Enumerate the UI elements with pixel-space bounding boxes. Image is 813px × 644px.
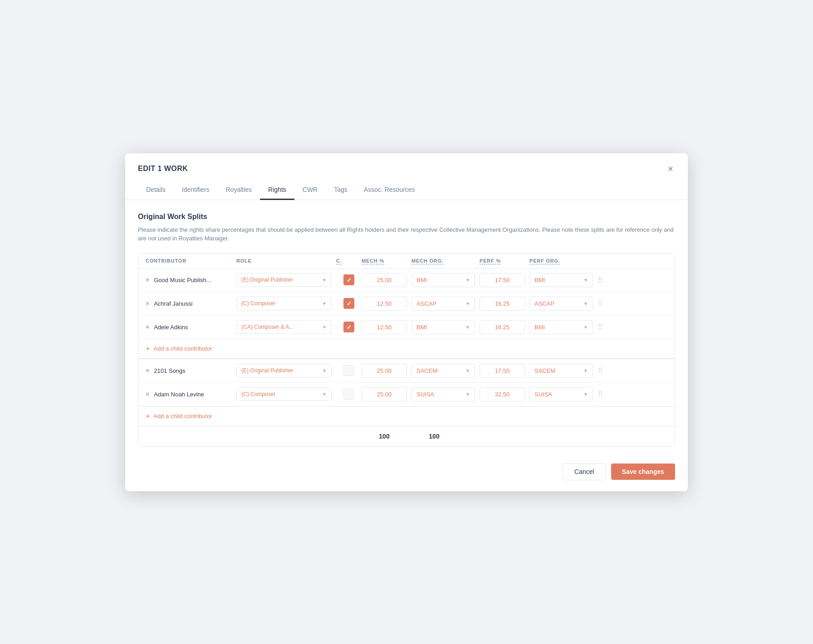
checkbox[interactable] — [343, 389, 354, 400]
chevron-down-icon: ▼ — [322, 325, 327, 330]
checkbox-cell: ✓ — [336, 274, 362, 285]
perf-org-dropdown[interactable]: BMI ▼ — [529, 273, 593, 287]
add-child-contributor-button-1[interactable]: + Add a child contributor — [138, 339, 675, 358]
modal-body: Original Work Splits Please indicate the… — [125, 200, 688, 456]
plus-icon: + — [146, 345, 150, 353]
mech-pct-input[interactable] — [362, 387, 407, 401]
section-title: Original Work Splits — [138, 213, 675, 221]
role-dropdown[interactable]: (C) Composer ▼ — [236, 387, 332, 401]
role-dropdown[interactable]: (E) Original Publisher ▼ — [236, 273, 332, 287]
checkmark-icon: ✓ — [347, 277, 352, 283]
checkbox[interactable]: ✓ — [343, 322, 354, 332]
chevron-down-icon: ▼ — [465, 278, 470, 283]
plus-icon: + — [146, 412, 150, 420]
tab-cwr[interactable]: CWR — [294, 181, 326, 200]
mech-org-dropdown[interactable]: SACEM ▼ — [411, 364, 475, 378]
chevron-down-icon: ▼ — [583, 278, 588, 283]
modal-footer: Cancel Save changes — [125, 456, 688, 491]
remove-button[interactable]: × — [146, 277, 149, 283]
tab-assoc-resources[interactable]: Assoc. Resources — [356, 181, 423, 200]
perf-pct-input[interactable] — [480, 387, 525, 401]
col-perf-pct: PERF % — [480, 258, 529, 263]
remove-button[interactable]: × — [146, 324, 149, 330]
table-row: × Good Music Publish... (E) Original Pub… — [138, 268, 675, 292]
drag-handle-icon[interactable]: ⠿ — [598, 276, 614, 284]
drag-handle-icon[interactable]: ⠿ — [598, 366, 614, 375]
col-contributor: CONTRIBUTOR — [146, 258, 236, 263]
remove-button[interactable]: × — [146, 391, 149, 397]
table-row: × Adele Adkins (CA) Composer & A... ▼ ✓ … — [138, 316, 675, 339]
perf-org-dropdown[interactable]: BMI ▼ — [529, 320, 593, 334]
edit-work-modal: EDIT 1 WORK × Details Identifiers Royalt… — [125, 153, 688, 491]
perf-org-dropdown[interactable]: ASCAP ▼ — [529, 297, 593, 311]
save-changes-button[interactable]: Save changes — [611, 463, 675, 480]
tab-identifiers[interactable]: Identifiers — [174, 181, 218, 200]
perf-pct-input[interactable] — [480, 297, 525, 311]
checkbox[interactable]: ✓ — [343, 298, 354, 309]
chevron-down-icon: ▼ — [583, 325, 588, 330]
tab-royalties[interactable]: Royalties — [218, 181, 260, 200]
role-dropdown[interactable]: (CA) Composer & A... ▼ — [236, 320, 332, 334]
perf-org-dropdown[interactable]: SACEM ▼ — [529, 364, 593, 378]
chevron-down-icon: ▼ — [583, 301, 588, 306]
mech-total: 100 — [362, 433, 407, 440]
mech-org-dropdown[interactable]: BMI ▼ — [411, 320, 475, 334]
drag-handle-icon[interactable]: ⠿ — [598, 299, 614, 308]
checkbox-cell — [336, 365, 362, 376]
close-button[interactable]: × — [666, 162, 675, 175]
mech-pct-input[interactable] — [362, 273, 407, 287]
col-perf-org: PERF ORG. — [529, 258, 598, 263]
chevron-down-icon: ▼ — [465, 301, 470, 306]
col-mech-org: MECH ORG. — [411, 258, 480, 263]
perf-pct-input[interactable] — [480, 320, 525, 334]
remove-button[interactable]: × — [146, 367, 149, 374]
chevron-down-icon: ▼ — [465, 325, 470, 330]
mech-pct-input[interactable] — [362, 320, 407, 334]
table-row: × Achraf Janussi (C) Composer ▼ ✓ ASCAP … — [138, 292, 675, 316]
tabs-container: Details Identifiers Royalties Rights CWR… — [125, 181, 688, 200]
add-child-contributor-button-2[interactable]: + Add a child contributor — [138, 406, 675, 426]
mech-org-dropdown[interactable]: ASCAP ▼ — [411, 297, 475, 311]
drag-handle-icon[interactable]: ⠿ — [598, 323, 614, 332]
col-role: ROLE — [236, 258, 336, 263]
drag-handle-icon[interactable]: ⠿ — [598, 390, 614, 399]
modal-title: EDIT 1 WORK — [138, 165, 188, 173]
remove-button[interactable]: × — [146, 300, 149, 307]
perf-org-dropdown[interactable]: SUISA ▼ — [529, 387, 593, 401]
tab-rights[interactable]: Rights — [260, 181, 294, 200]
table-row: × 2101 Songs (E) Original Publisher ▼ SA… — [138, 359, 675, 383]
mech-org-dropdown[interactable]: SUISA ▼ — [411, 387, 475, 401]
table-row: × Adam Noah Levine (C) Composer ▼ SUISA … — [138, 383, 675, 406]
checkmark-icon: ✓ — [347, 324, 352, 331]
chevron-down-icon: ▼ — [465, 368, 470, 373]
chevron-down-icon: ▼ — [583, 392, 588, 397]
tab-details[interactable]: Details — [138, 181, 174, 200]
checkbox[interactable] — [343, 365, 354, 376]
chevron-down-icon: ▼ — [322, 368, 327, 373]
chevron-down-icon: ▼ — [322, 392, 327, 397]
checkmark-icon: ✓ — [347, 300, 352, 307]
mech-pct-input[interactable] — [362, 297, 407, 311]
cancel-button[interactable]: Cancel — [563, 463, 606, 480]
chevron-down-icon: ▼ — [322, 301, 327, 306]
modal-header: EDIT 1 WORK × — [125, 153, 688, 175]
chevron-down-icon: ▼ — [322, 278, 327, 283]
col-mech-pct: MECH % — [362, 258, 411, 263]
chevron-down-icon: ▼ — [583, 368, 588, 373]
mech-pct-input[interactable] — [362, 364, 407, 378]
checkbox[interactable]: ✓ — [343, 274, 354, 285]
contributor-name: × 2101 Songs — [146, 367, 236, 374]
splits-table: CONTRIBUTOR ROLE C. MECH % MECH ORG. PER… — [138, 253, 675, 447]
perf-pct-input[interactable] — [480, 273, 525, 287]
role-dropdown[interactable]: (C) Composer ▼ — [236, 297, 332, 310]
mech-org-dropdown[interactable]: BMI ▼ — [411, 273, 475, 287]
tab-tags[interactable]: Tags — [326, 181, 356, 200]
contributor-name: × Good Music Publish... — [146, 277, 236, 283]
perf-pct-input[interactable] — [480, 364, 525, 378]
totals-row: 100 100 — [138, 426, 675, 446]
contributor-name: × Adele Adkins — [146, 324, 236, 331]
chevron-down-icon: ▼ — [465, 392, 470, 397]
role-dropdown[interactable]: (E) Original Publisher ▼ — [236, 364, 332, 377]
table-header-row: CONTRIBUTOR ROLE C. MECH % MECH ORG. PER… — [138, 254, 675, 268]
contributor-name: × Achraf Janussi — [146, 300, 236, 307]
